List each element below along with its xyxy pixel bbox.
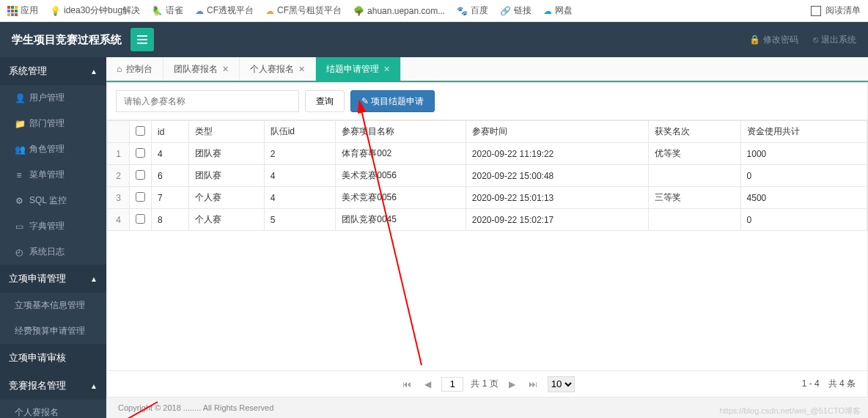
bookmark-label: 百度 — [471, 4, 488, 17]
sidebar-item-label: 立项申请审核 — [9, 351, 66, 364]
bookmark-item[interactable]: 🦜语雀 — [152, 4, 183, 17]
tab[interactable]: 个人赛报名✕ — [240, 57, 316, 81]
row-number: 1 — [108, 143, 130, 165]
edit-icon — [361, 96, 371, 106]
bookmark-label: 应用 — [21, 4, 38, 17]
cell-project: 美术竞赛0056 — [336, 165, 466, 187]
sidebar-item[interactable]: ◴系统日志 — [0, 239, 106, 265]
bookmark-item[interactable]: ☁CF黑号租赁平台 — [265, 4, 342, 17]
query-button[interactable]: 查询 — [305, 90, 345, 112]
sidebar-toggle-button[interactable] — [130, 28, 154, 51]
table-row[interactable]: 48个人赛5团队竞赛00452020-09-22 15:02:170 — [108, 209, 867, 231]
reading-list-button[interactable]: 阅读清单 — [811, 4, 861, 17]
sidebar-item[interactable]: 个人赛报名 — [0, 400, 106, 418]
lock-icon: 🔒 — [749, 34, 760, 45]
select-all-checkbox[interactable] — [136, 126, 145, 136]
sidebar-item[interactable]: 立项申请审核 — [0, 344, 106, 372]
row-checkbox[interactable] — [136, 148, 145, 158]
column-header[interactable]: 队伍id — [264, 121, 336, 143]
chevron-up-icon: ▲ — [90, 67, 98, 76]
tab[interactable]: 结题申请管理✕ — [316, 57, 401, 81]
sidebar-item[interactable]: 经费预算申请管理 — [0, 318, 106, 344]
column-header[interactable]: id — [152, 121, 189, 143]
sidebar-item-label: 立项基本信息管理 — [15, 299, 85, 312]
pager-size-select[interactable]: 10 — [548, 376, 575, 392]
chevron-up-icon: ▲ — [90, 382, 98, 390]
close-icon[interactable]: ✕ — [383, 65, 390, 74]
cell-id: 6 — [152, 165, 189, 187]
cell-fund: 0 — [740, 165, 867, 187]
cell-project: 体育赛事002 — [336, 143, 466, 165]
column-header[interactable]: 类型 — [189, 121, 265, 143]
cell-fund: 0 — [740, 209, 867, 231]
main-panel: 查询 项目结题申请 id类型队伍id参赛项目名称参赛时间获奖名次资金使用共计 1… — [106, 82, 868, 397]
sidebar-item-label: 系统日志 — [29, 246, 65, 258]
close-icon[interactable]: ✕ — [222, 65, 229, 74]
menu-icon: 👥 — [15, 144, 23, 155]
bookmark-item[interactable]: 应用 — [7, 4, 38, 17]
change-password-link[interactable]: 🔒 修改密码 — [749, 34, 798, 46]
bookmark-item[interactable]: 🔗链接 — [500, 4, 532, 17]
pager-first-icon[interactable]: ⏮ — [400, 379, 414, 389]
pager-prev-icon[interactable]: ◀ — [422, 379, 434, 389]
cell-fund: 4500 — [740, 187, 867, 209]
sidebar-group-header[interactable]: 立项申请管理▲ — [0, 265, 106, 293]
table-row[interactable]: 37个人赛4美术竞赛00562020-09-22 15:01:13三等奖4500 — [108, 187, 867, 209]
bookmark-label: 链接 — [514, 4, 532, 17]
tab-label: 个人赛报名 — [250, 63, 294, 76]
cell-id: 7 — [152, 187, 189, 209]
menu-icon: 📁 — [15, 119, 23, 129]
column-header[interactable]: 参赛项目名称 — [336, 121, 466, 143]
sidebar-item-label: 经费预算申请管理 — [15, 325, 85, 337]
sidebar-group-header[interactable]: 竞赛报名管理▲ — [0, 372, 106, 400]
tab-label: 结题申请管理 — [326, 63, 379, 76]
search-input[interactable] — [116, 90, 299, 112]
apply-button[interactable]: 项目结题申请 — [350, 90, 435, 112]
row-checkbox[interactable] — [136, 214, 145, 224]
bookmark-item[interactable]: ☁网盘 — [543, 4, 573, 17]
cell-id: 8 — [152, 209, 189, 231]
sidebar-item[interactable]: 📁部门管理 — [0, 111, 106, 136]
cell-type: 个人赛 — [189, 187, 265, 209]
column-header[interactable]: 获奖名次 — [648, 121, 740, 143]
tab[interactable]: ⌂控制台 — [106, 57, 163, 81]
bookmark-label: ahuan.uepan.com... — [367, 6, 445, 16]
logout-link[interactable]: ⎋ 退出系统 — [813, 34, 856, 46]
sidebar-item[interactable]: 立项基本信息管理 — [0, 293, 106, 318]
pagination: ⏮ ◀ 共 1 页 ▶ ⏭ 10 1 - 4 共 4 条 — [107, 370, 867, 397]
table-row[interactable]: 14团队赛2体育赛事0022020-09-22 11:19:22优等奖1000 — [108, 143, 867, 165]
close-icon[interactable]: ✕ — [298, 65, 305, 74]
pager-last-icon[interactable]: ⏭ — [526, 379, 540, 389]
sidebar-group-header[interactable]: 系统管理▲ — [0, 57, 106, 85]
bookmark-item[interactable]: 💡idea30分钟bug解决 — [50, 4, 140, 17]
sidebar-item[interactable]: ▭字典管理 — [0, 213, 106, 239]
bookmark-label: 网盘 — [555, 4, 573, 17]
tab[interactable]: 团队赛报名✕ — [163, 57, 240, 81]
bookmark-item[interactable]: ☁CF透视平台 — [195, 4, 254, 17]
sidebar-item[interactable]: 👥角色管理 — [0, 136, 106, 162]
pager-page-input[interactable] — [441, 377, 463, 392]
sidebar-group-label: 系统管理 — [9, 65, 47, 78]
table-row[interactable]: 26团队赛4美术竞赛00562020-09-22 15:00:480 — [108, 165, 867, 187]
cell-rank — [648, 209, 740, 231]
sidebar-item[interactable]: 👤用户管理 — [0, 85, 106, 111]
app-header: 学生项目竞赛过程系统 🔒 修改密码 ⎋ 退出系统 — [0, 22, 868, 57]
pager-next-icon[interactable]: ▶ — [506, 379, 518, 389]
sidebar-item-label: 部门管理 — [29, 117, 65, 130]
column-header[interactable]: 参赛时间 — [466, 121, 648, 143]
sidebar-item[interactable]: ≡菜单管理 — [0, 162, 106, 188]
row-number: 4 — [108, 209, 130, 231]
bookmark-item[interactable]: 🐾百度 — [457, 4, 488, 17]
row-checkbox[interactable] — [136, 192, 145, 202]
bookmark-item[interactable]: 🌳ahuan.uepan.com... — [353, 6, 445, 16]
row-checkbox[interactable] — [136, 170, 145, 180]
logout-label: 退出系统 — [821, 34, 856, 46]
sidebar-item[interactable]: ⚙SQL 监控 — [0, 188, 106, 213]
sidebar-item-label: 菜单管理 — [29, 169, 65, 181]
pager-total-pages: 共 1 页 — [471, 378, 498, 390]
toolbar: 查询 项目结题申请 — [107, 83, 867, 120]
column-header[interactable]: 资金使用共计 — [740, 121, 867, 143]
cell-type: 个人赛 — [189, 209, 265, 231]
tab-label: 控制台 — [126, 63, 152, 76]
cell-rank: 三等奖 — [648, 187, 740, 209]
